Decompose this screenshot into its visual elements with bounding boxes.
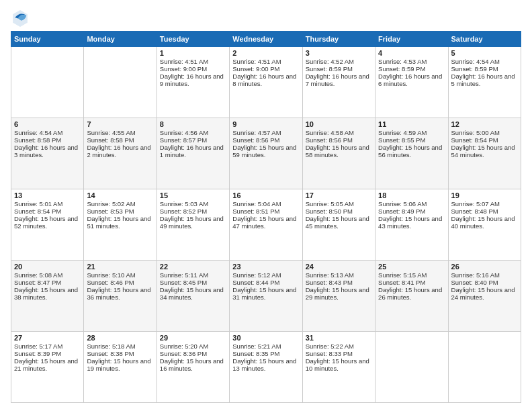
day-info: Sunset: 8:50 PM — [306, 208, 372, 215]
day-info: Daylight: 15 hours and 54 minutes. — [451, 144, 518, 158]
day-info: Daylight: 15 hours and 13 minutes. — [232, 357, 299, 372]
day-info: Sunset: 8:53 PM — [87, 208, 153, 215]
day-info: Sunrise: 5:12 AM — [232, 271, 299, 279]
day-info: Daylight: 16 hours and 8 minutes. — [232, 73, 299, 87]
calendar-cell: 24Sunrise: 5:13 AMSunset: 8:43 PMDayligh… — [302, 261, 375, 332]
logo — [11, 8, 32, 27]
day-info: Daylight: 16 hours and 7 minutes. — [306, 73, 372, 87]
calendar-cell: 8Sunrise: 4:56 AMSunset: 8:57 PMDaylight… — [157, 118, 229, 189]
day-info: Sunset: 8:51 PM — [232, 208, 299, 215]
day-number: 26 — [451, 263, 518, 271]
calendar-cell: 22Sunrise: 5:11 AMSunset: 8:45 PMDayligh… — [157, 261, 229, 332]
day-info: Daylight: 16 hours and 3 minutes. — [14, 144, 81, 158]
day-info: Sunrise: 5:15 AM — [378, 271, 445, 279]
day-info: Sunset: 8:46 PM — [87, 279, 153, 286]
calendar-table: SundayMondayTuesdayWednesdayThursdayFrid… — [11, 31, 521, 403]
day-info: Sunset: 8:56 PM — [306, 136, 372, 144]
day-info: Sunrise: 5:10 AM — [87, 271, 153, 279]
day-info: Daylight: 15 hours and 45 minutes. — [306, 215, 372, 230]
day-info: Sunrise: 5:13 AM — [306, 271, 372, 279]
calendar-cell: 27Sunrise: 5:17 AMSunset: 8:39 PMDayligh… — [11, 332, 84, 403]
week-row-4: 20Sunrise: 5:08 AMSunset: 8:47 PMDayligh… — [11, 261, 521, 332]
day-info: Daylight: 16 hours and 6 minutes. — [378, 73, 445, 87]
calendar-cell: 29Sunrise: 5:20 AMSunset: 8:36 PMDayligh… — [157, 332, 229, 403]
day-number: 19 — [451, 191, 518, 199]
day-number: 11 — [378, 120, 445, 128]
day-info: Sunrise: 5:07 AM — [451, 200, 518, 208]
day-header-monday: Monday — [84, 32, 157, 47]
day-number: 31 — [306, 334, 372, 342]
day-number: 29 — [160, 334, 226, 342]
day-info: Daylight: 15 hours and 52 minutes. — [14, 215, 81, 230]
calendar-cell: 26Sunrise: 5:16 AMSunset: 8:40 PMDayligh… — [448, 261, 521, 332]
calendar-cell: 17Sunrise: 5:05 AMSunset: 8:50 PMDayligh… — [302, 189, 375, 261]
day-number: 16 — [232, 191, 299, 199]
day-number: 6 — [14, 120, 81, 128]
day-info: Sunset: 8:59 PM — [306, 65, 372, 73]
calendar-cell — [448, 332, 521, 403]
day-number: 2 — [232, 49, 299, 57]
day-info: Sunset: 8:54 PM — [14, 208, 81, 215]
day-info: Sunset: 9:00 PM — [160, 65, 226, 73]
week-row-2: 6Sunrise: 4:54 AMSunset: 8:58 PMDaylight… — [11, 118, 521, 189]
day-info: Sunset: 8:49 PM — [378, 208, 445, 215]
day-info: Daylight: 15 hours and 21 minutes. — [14, 357, 81, 372]
calendar-cell: 13Sunrise: 5:01 AMSunset: 8:54 PMDayligh… — [11, 189, 84, 261]
day-info: Sunrise: 5:21 AM — [232, 342, 299, 350]
calendar-cell: 14Sunrise: 5:02 AMSunset: 8:53 PMDayligh… — [84, 189, 157, 261]
day-info: Daylight: 15 hours and 38 minutes. — [14, 286, 81, 301]
day-number: 27 — [14, 334, 81, 342]
day-number: 5 — [451, 49, 518, 57]
day-info: Sunrise: 5:00 AM — [451, 129, 518, 136]
day-info: Daylight: 15 hours and 58 minutes. — [306, 144, 372, 158]
day-info: Sunset: 8:52 PM — [160, 208, 226, 215]
day-header-friday: Friday — [375, 32, 448, 47]
day-number: 10 — [306, 120, 372, 128]
day-number: 1 — [160, 49, 226, 57]
day-info: Sunset: 8:33 PM — [306, 350, 372, 357]
day-info: Sunset: 8:47 PM — [14, 279, 81, 286]
day-info: Sunset: 8:40 PM — [451, 279, 518, 286]
day-info: Sunrise: 4:54 AM — [451, 58, 518, 65]
day-info: Sunset: 9:00 PM — [232, 65, 299, 73]
day-number: 28 — [87, 334, 153, 342]
calendar-cell: 16Sunrise: 5:04 AMSunset: 8:51 PMDayligh… — [230, 189, 302, 261]
day-number: 12 — [451, 120, 518, 128]
day-info: Sunrise: 5:16 AM — [451, 271, 518, 279]
calendar-cell: 25Sunrise: 5:15 AMSunset: 8:41 PMDayligh… — [375, 261, 448, 332]
logo-icon — [11, 8, 30, 27]
calendar-cell: 12Sunrise: 5:00 AMSunset: 8:54 PMDayligh… — [448, 118, 521, 189]
day-number: 18 — [378, 191, 445, 199]
day-info: Daylight: 15 hours and 51 minutes. — [87, 215, 153, 230]
calendar-cell: 7Sunrise: 4:55 AMSunset: 8:58 PMDaylight… — [84, 118, 157, 189]
day-info: Daylight: 15 hours and 34 minutes. — [160, 286, 226, 301]
calendar-cell: 6Sunrise: 4:54 AMSunset: 8:58 PMDaylight… — [11, 118, 84, 189]
day-info: Daylight: 15 hours and 29 minutes. — [306, 286, 372, 301]
day-info: Sunset: 8:45 PM — [160, 279, 226, 286]
day-number: 20 — [14, 263, 81, 271]
day-info: Sunrise: 5:17 AM — [14, 342, 81, 350]
day-number: 13 — [14, 191, 81, 199]
day-info: Daylight: 15 hours and 24 minutes. — [451, 286, 518, 301]
day-info: Sunrise: 5:20 AM — [160, 342, 226, 350]
day-info: Sunset: 8:36 PM — [160, 350, 226, 357]
day-info: Sunrise: 4:59 AM — [378, 129, 445, 136]
calendar-cell: 5Sunrise: 4:54 AMSunset: 8:59 PMDaylight… — [448, 47, 521, 118]
day-info: Daylight: 15 hours and 49 minutes. — [160, 215, 226, 230]
week-row-1: 1Sunrise: 4:51 AMSunset: 9:00 PMDaylight… — [11, 47, 521, 118]
day-number: 21 — [87, 263, 153, 271]
header — [11, 8, 521, 27]
day-number: 23 — [232, 263, 299, 271]
day-number: 3 — [306, 49, 372, 57]
week-row-3: 13Sunrise: 5:01 AMSunset: 8:54 PMDayligh… — [11, 189, 521, 261]
header-row: SundayMondayTuesdayWednesdayThursdayFrid… — [11, 32, 521, 47]
day-info: Sunrise: 5:06 AM — [378, 200, 445, 208]
calendar-cell: 31Sunrise: 5:22 AMSunset: 8:33 PMDayligh… — [302, 332, 375, 403]
day-header-tuesday: Tuesday — [157, 32, 229, 47]
calendar-cell — [11, 47, 84, 118]
calendar-cell: 20Sunrise: 5:08 AMSunset: 8:47 PMDayligh… — [11, 261, 84, 332]
day-info: Daylight: 15 hours and 26 minutes. — [378, 286, 445, 301]
day-info: Daylight: 16 hours and 5 minutes. — [451, 73, 518, 87]
day-info: Sunrise: 4:53 AM — [378, 58, 445, 65]
day-info: Sunrise: 5:11 AM — [160, 271, 226, 279]
